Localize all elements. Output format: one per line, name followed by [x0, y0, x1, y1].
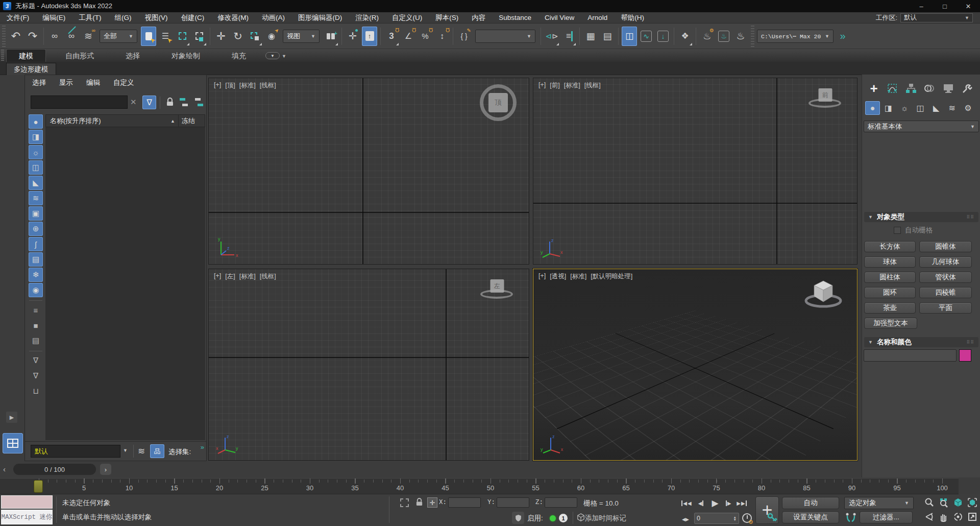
- play-button[interactable]: ▶: [708, 496, 722, 510]
- viewport-label-segment[interactable]: [+]: [538, 81, 546, 90]
- edit-selection-sets-button[interactable]: { }✎: [456, 27, 472, 46]
- viewport-label-segment[interactable]: [标准]: [239, 81, 256, 90]
- viewport-label-segment[interactable]: [线框]: [584, 81, 601, 90]
- curve-editor-button[interactable]: ∿: [639, 27, 654, 46]
- display-shapes-icon[interactable]: ◨: [29, 130, 43, 144]
- sort-ascending-icon[interactable]: ▲: [170, 118, 178, 124]
- pan-hand-icon[interactable]: [937, 511, 950, 523]
- tab-hierarchy[interactable]: [903, 81, 919, 96]
- spinner-snap-button[interactable]: ↕Ω: [434, 27, 450, 46]
- select-place-button[interactable]: ◉➤: [264, 27, 279, 46]
- zoom-extents-icon[interactable]: [951, 496, 965, 509]
- flat-list-icon[interactable]: [195, 98, 204, 106]
- next-frame-button[interactable]: ▶: [722, 496, 735, 510]
- display-bones-icon[interactable]: ʃ: [29, 237, 43, 251]
- primitive-button-平面[interactable]: 平面: [919, 302, 972, 314]
- toolbar-drag-handle[interactable]: [2, 26, 6, 47]
- toolbar-drag-handle[interactable]: [751, 26, 754, 47]
- scene-object-list[interactable]: [45, 127, 205, 440]
- ribbon-tab-填充[interactable]: 填充: [219, 50, 258, 62]
- isolate-selection-icon[interactable]: [400, 498, 409, 507]
- name-column-header[interactable]: 名称(按升序排序): [46, 116, 101, 126]
- maxscript-mini-input[interactable]: MAXScript 迷你: [1, 510, 53, 524]
- notification-badge[interactable]: 1: [559, 514, 568, 522]
- primitive-button-几何球体[interactable]: 几何球体: [919, 256, 972, 268]
- display-crates-icon[interactable]: ▤: [29, 252, 43, 267]
- ribbon-tab-选择[interactable]: 选择: [113, 50, 152, 62]
- cube-icon[interactable]: [577, 513, 585, 522]
- timeline-ruler[interactable]: 0510152025303540455055606570758085909510…: [0, 478, 959, 494]
- ribbon-tab-建模[interactable]: 建模: [6, 49, 46, 62]
- menu-item-组(G)[interactable]: 组(G): [108, 12, 138, 23]
- set-key-mode-button[interactable]: 设置关键点: [782, 511, 839, 523]
- toggle-scene-explorer-button[interactable]: ▦: [583, 27, 598, 46]
- pivot-center-button[interactable]: +: [323, 27, 338, 46]
- primitive-button-圆环[interactable]: 圆环: [864, 287, 916, 298]
- view-square-icon[interactable]: ■: [29, 318, 43, 332]
- viewport-label-segment[interactable]: [+]: [214, 81, 221, 90]
- y-coordinate-field[interactable]: [497, 497, 529, 508]
- previous-frame-button[interactable]: ◀: [694, 496, 707, 510]
- menu-item-视图(V)[interactable]: 视图(V): [138, 12, 175, 23]
- viewcube[interactable]: 左: [479, 276, 516, 302]
- toggle-layer-explorer-button[interactable]: ▤: [600, 27, 615, 46]
- menu-item-Substance[interactable]: Substance: [492, 12, 538, 23]
- workspace-select[interactable]: 默认▼: [900, 13, 973, 22]
- primitive-category-select[interactable]: 标准基本体▼: [864, 121, 979, 132]
- current-frame-spinner[interactable]: 0 ▲▼: [694, 513, 739, 524]
- orbit-icon[interactable]: [951, 511, 965, 523]
- viewcube[interactable]: 前: [807, 85, 844, 111]
- tab-create[interactable]: +: [866, 81, 881, 96]
- toggle-ribbon-button[interactable]: ◫: [622, 27, 637, 46]
- zoom-icon[interactable]: [923, 496, 936, 509]
- object-color-swatch[interactable]: [959, 349, 971, 362]
- schematic-view-button[interactable]: ↓: [655, 27, 671, 46]
- menu-item-自定义(U)[interactable]: 自定义(U): [385, 12, 429, 23]
- frozen-column-header[interactable]: 冻结: [178, 115, 205, 127]
- clear-search-icon[interactable]: ✕: [130, 98, 137, 107]
- unlink-button[interactable]: ∞: [64, 27, 79, 46]
- viewport-layout-tab-button[interactable]: [3, 433, 23, 453]
- add-time-tag-label[interactable]: 添加时间标记: [585, 514, 626, 523]
- rollout-name-color[interactable]: ▼名称和颜色⠿⠿: [864, 337, 978, 347]
- select-rotate-button[interactable]: ↻: [230, 27, 246, 46]
- select-by-name-button[interactable]: ☰➤: [158, 27, 173, 46]
- tab-utilities[interactable]: [959, 81, 974, 96]
- viewport-left[interactable]: [+][左][标准][线框] 左 z x y: [208, 269, 529, 461]
- menu-item-图形编辑器(D)[interactable]: 图形编辑器(D): [291, 12, 349, 23]
- primitive-button-圆柱体[interactable]: 圆柱体: [864, 272, 916, 283]
- absolute-mode-icon[interactable]: ✛: [427, 497, 437, 508]
- viewport-label-segment[interactable]: [顶]: [225, 81, 235, 90]
- primitive-button-长方体[interactable]: 长方体: [864, 241, 916, 252]
- selection-filter-select[interactable]: 全部▼: [100, 30, 137, 43]
- frame-forward-icon[interactable]: ›: [100, 464, 111, 475]
- tab-motion[interactable]: [922, 81, 937, 96]
- align-button[interactable]: ≡: [561, 27, 576, 46]
- primitive-button-四棱锥[interactable]: 四棱锥: [919, 287, 972, 298]
- object-name-input[interactable]: [864, 349, 957, 362]
- field-of-view-icon[interactable]: [923, 511, 936, 523]
- menu-item-脚本(S)[interactable]: 脚本(S): [429, 12, 465, 23]
- display-cameras-icon[interactable]: ◫: [29, 160, 43, 175]
- display-frozen-icon[interactable]: ❄: [29, 268, 43, 282]
- menu-item-编辑(E)[interactable]: 编辑(E): [36, 12, 72, 23]
- ribbon-drag-handle[interactable]: [1, 50, 4, 61]
- key-filters-icon[interactable]: [845, 512, 856, 522]
- view-note-icon[interactable]: ▤: [29, 333, 43, 348]
- viewport-label-segment[interactable]: [默认明暗处理]: [591, 272, 632, 281]
- explorer-menu-编辑[interactable]: 编辑: [86, 78, 100, 87]
- display-lights-icon[interactable]: ☼: [29, 145, 43, 159]
- viewport-label-segment[interactable]: [+]: [214, 272, 221, 281]
- category-lights[interactable]: ☼: [897, 101, 912, 115]
- menu-item-帮助(H)[interactable]: 帮助(H): [614, 12, 651, 23]
- undo-button[interactable]: ↶: [8, 27, 23, 46]
- chevron-down-icon[interactable]: ▼: [282, 54, 286, 59]
- viewport-perspective[interactable]: [+][透视][标准][默认明暗处理] z y x: [533, 269, 857, 461]
- display-groups-icon[interactable]: ▣: [29, 206, 43, 221]
- maximize-icon[interactable]: □: [933, 0, 957, 12]
- primitive-button-茶壶[interactable]: 茶壶: [864, 302, 916, 314]
- display-hidden-icon[interactable]: ◉: [29, 283, 43, 297]
- viewport-label-segment[interactable]: [标准]: [570, 272, 586, 281]
- zoom-extents-all-icon[interactable]: [966, 496, 979, 509]
- primitive-button-加强型文本[interactable]: 加强型文本: [864, 318, 917, 329]
